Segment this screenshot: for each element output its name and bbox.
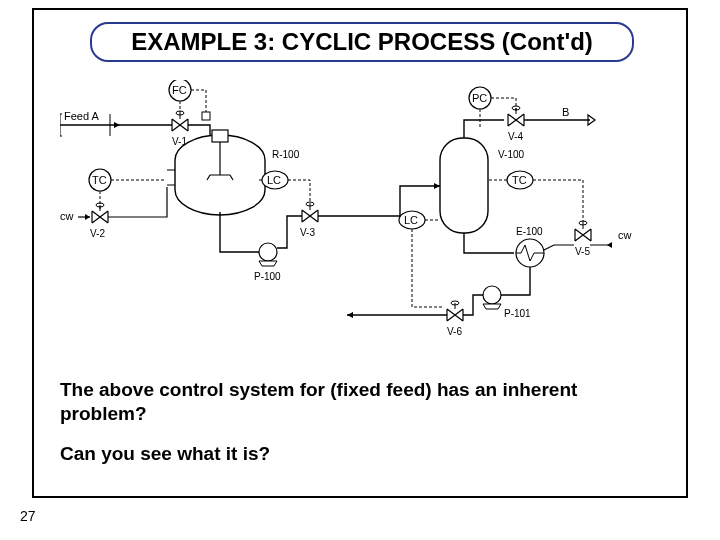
- svg-point-6: [259, 243, 277, 261]
- lc-to-v3: [288, 180, 310, 204]
- exchanger-e100: E-100: [516, 226, 544, 267]
- tc-to-v5: [533, 180, 583, 225]
- feed-a-stream: Feed A: [60, 110, 120, 136]
- transfer-line: [318, 186, 440, 216]
- slide-title: EXAMPLE 3: CYCLIC PROCESS (Cont'd): [90, 22, 634, 62]
- fc-to-sensor: [191, 90, 206, 112]
- svg-rect-8: [440, 138, 488, 233]
- tc-right-label: TC: [512, 174, 527, 186]
- lc-right-label: LC: [404, 214, 418, 226]
- bottoms-line: [464, 233, 514, 253]
- pc-controller: PC: [469, 87, 491, 109]
- flow-element-icon: [202, 112, 210, 120]
- page-number: 27: [20, 508, 36, 524]
- pump-discharge-left: [277, 216, 302, 248]
- process-diagram: Feed A V-1 FC R-100 TC cw: [60, 80, 660, 360]
- exchanger-label: E-100: [516, 226, 543, 237]
- valve-v3-label: V-3: [300, 227, 315, 238]
- pc-label: PC: [472, 92, 487, 104]
- lc-controller-right: LC: [399, 211, 425, 229]
- fc-label: FC: [172, 84, 187, 96]
- valve-v6-label: V-6: [447, 326, 462, 337]
- svg-marker-14: [607, 242, 612, 248]
- e100-outlet: [500, 267, 530, 295]
- question-line-1: The above control system for (fixed feed…: [60, 378, 660, 426]
- vapor-line: [464, 120, 504, 138]
- svg-marker-16: [347, 312, 353, 318]
- svg-rect-2: [212, 130, 228, 142]
- valve-v5-label: V-5: [575, 246, 590, 257]
- pump-p101: P-101: [483, 286, 531, 319]
- valve-v4-label: V-4: [508, 131, 523, 142]
- svg-marker-0: [114, 122, 120, 128]
- pump-p100: P-100: [254, 243, 281, 282]
- svg-point-15: [483, 286, 501, 304]
- fc-controller: FC: [169, 80, 191, 101]
- question-line-2: Can you see what it is?: [60, 442, 660, 466]
- svg-marker-4: [85, 214, 90, 220]
- vessel-label: V-100: [498, 149, 525, 160]
- cw-right-label: cw: [618, 229, 632, 241]
- cw-line-into-jacket: [108, 187, 167, 217]
- valve-v4: V-4: [508, 106, 524, 142]
- feed-line: [120, 125, 210, 140]
- tc-controller-left: TC: [89, 169, 111, 191]
- valve-v2-label: V-2: [90, 228, 105, 239]
- valve-v2: V-2: [90, 203, 108, 239]
- reactor-label: R-100: [272, 149, 300, 160]
- lc-left-label: LC: [267, 174, 281, 186]
- svg-marker-7: [434, 183, 440, 189]
- feed-a-label: Feed A: [64, 110, 100, 122]
- valve-v3: V-3: [300, 202, 318, 238]
- pump-p100-label: P-100: [254, 271, 281, 282]
- question-block: The above control system for (fixed feed…: [60, 378, 660, 481]
- product-b-label: B: [562, 106, 569, 118]
- tc-controller-right: TC: [507, 171, 533, 189]
- cw-left-label: cw: [60, 210, 74, 222]
- valve-v5: V-5: [575, 221, 591, 257]
- reactor-bottom-line: [220, 212, 260, 252]
- lc-to-v6: [412, 229, 442, 307]
- valve-v6: V-6: [447, 301, 463, 337]
- valve-v1: V-1: [172, 111, 188, 147]
- lc-controller-left: LC: [262, 171, 288, 189]
- pump-p101-label: P-101: [504, 308, 531, 319]
- tc-left-label: TC: [92, 174, 107, 186]
